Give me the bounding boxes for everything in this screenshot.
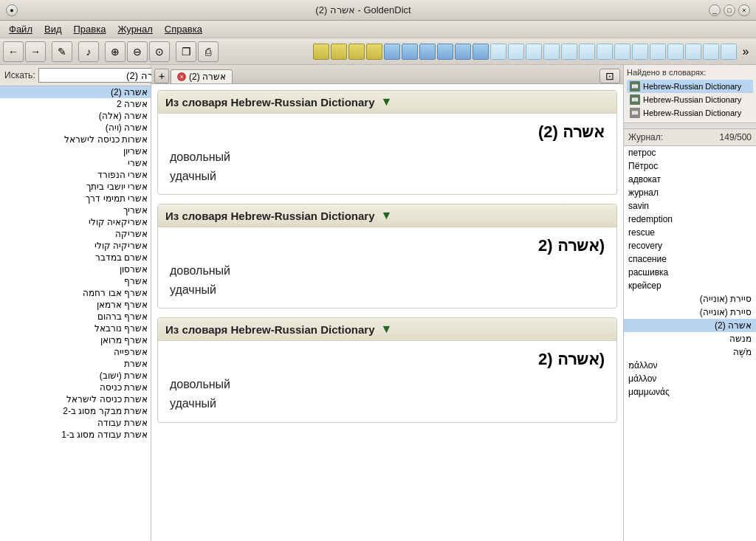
history-item[interactable]: адвокат <box>624 173 756 186</box>
dict-btn-8[interactable] <box>437 44 453 60</box>
word-list-item[interactable]: אשרם במדבר <box>0 252 151 263</box>
dict-btn-2[interactable] <box>331 44 347 60</box>
dict-result-2[interactable]: 📖 Hebrew-Russian Dictionary <box>627 106 753 120</box>
dict-btn-6[interactable] <box>402 44 418 60</box>
history-item[interactable]: אשרה (2) <box>624 319 756 332</box>
history-item[interactable]: спасение <box>624 252 756 266</box>
dict-arrow-icon-1[interactable]: ▼ <box>381 209 393 222</box>
dict-btn-17[interactable] <box>597 44 613 60</box>
history-item[interactable]: петрос <box>624 146 756 159</box>
history-item[interactable]: расшивка <box>624 266 756 279</box>
word-list-item[interactable]: אשרי תמימי דרך <box>0 193 151 204</box>
history-item[interactable]: μάλλον <box>624 372 756 385</box>
minimize-button[interactable]: _ <box>709 4 721 16</box>
word-list-item[interactable]: אשרת (ישוב) <box>0 370 151 382</box>
word-list-item[interactable]: אשרת <box>0 358 151 370</box>
word-list-item[interactable]: אשרפייה <box>0 346 151 358</box>
dict-arrow-icon-0[interactable]: ▼ <box>381 95 393 108</box>
zoom-out-button[interactable]: ⊖ <box>127 41 148 62</box>
word-list-item[interactable]: אשרף ברהום <box>0 311 151 323</box>
menu-edit[interactable]: Правка <box>68 22 112 36</box>
word-list-item[interactable]: אשרת כניסה <box>0 382 151 393</box>
menu-journal[interactable]: Журнал <box>111 22 158 36</box>
word-list-item[interactable]: אשרות כניסה לישראל <box>0 134 151 145</box>
copy-button[interactable]: ❐ <box>176 41 196 62</box>
audio-button[interactable]: ♪ <box>78 41 99 62</box>
word-list-item[interactable]: אשרף נורבאל <box>0 323 151 334</box>
dict-btn-22[interactable] <box>685 44 701 60</box>
word-list-item[interactable]: אשריך <box>0 204 151 216</box>
dict-result-0[interactable]: 📖 Hebrew-Russian Dictionary <box>627 80 753 93</box>
history-item[interactable]: סיירת (אונייה) <box>624 306 756 319</box>
close-button[interactable]: × <box>738 4 750 16</box>
back-button[interactable]: ← <box>3 41 24 62</box>
word-list-item[interactable]: אשרת עבודה מסוג ב-1 <box>0 429 151 441</box>
dict-btn-18[interactable] <box>614 44 630 60</box>
dict-btn-5[interactable] <box>384 44 400 60</box>
history-item[interactable]: מֹשֶׁה <box>624 345 756 359</box>
word-list-item[interactable]: אשרי יושבי ביתך <box>0 181 151 193</box>
tab-add-button[interactable]: + <box>154 69 169 83</box>
history-item[interactable]: savin <box>624 199 756 213</box>
history-item[interactable]: Пётрос <box>624 159 756 173</box>
word-list-item[interactable]: אשרת עבודה <box>0 417 151 429</box>
dict-btn-9[interactable] <box>455 44 471 60</box>
dict-arrow-icon-2[interactable]: ▼ <box>381 323 393 336</box>
content-scroll[interactable]: Из словаря Hebrew-Russian Dictionary ▼ א… <box>151 84 623 541</box>
dict-btn-20[interactable] <box>650 44 666 60</box>
history-item[interactable]: סיירת (אונייה) <box>624 292 756 306</box>
word-list-item[interactable]: אשרה (2) <box>0 86 151 98</box>
history-item[interactable]: крейсер <box>624 279 756 292</box>
scan-button[interactable]: ✎ <box>52 41 72 62</box>
menu-help[interactable]: Справка <box>159 22 208 36</box>
history-item[interactable]: מάλλον <box>624 359 756 372</box>
dict-btn-4[interactable] <box>366 44 382 60</box>
zoom-normal-button[interactable]: ⊙ <box>149 41 170 62</box>
word-list-item[interactable]: אשרף ארמאן <box>0 299 151 311</box>
dict-btn-11[interactable] <box>490 44 506 60</box>
dict-btn-7[interactable] <box>419 44 436 60</box>
dict-btn-10[interactable] <box>472 44 489 60</box>
history-item[interactable]: מנשה <box>624 332 756 345</box>
history-item[interactable]: μαμμωνάς <box>624 385 756 399</box>
tab-0-close[interactable]: × <box>177 72 186 81</box>
history-item[interactable]: redemption <box>624 213 756 226</box>
monitor-button[interactable]: ⊡ <box>599 69 620 83</box>
word-list-item[interactable]: אשרסון <box>0 263 151 275</box>
tab-0[interactable]: אשרה (2) × <box>171 69 233 83</box>
word-list-item[interactable]: אשרה (ויה) <box>0 122 151 134</box>
word-list-item[interactable]: אשרף אבו רחמה <box>0 287 151 299</box>
word-list-item[interactable]: אשרי הנפורד <box>0 169 151 181</box>
word-list-item[interactable]: אשרת כניסה לישראל <box>0 393 151 405</box>
word-list-item[interactable]: אשרי <box>0 157 151 169</box>
word-list-item[interactable]: אשרה 2 <box>0 98 151 110</box>
menu-view[interactable]: Вид <box>38 22 68 36</box>
dict-btn-3[interactable] <box>348 44 365 60</box>
zoom-in-button[interactable]: ⊕ <box>105 41 126 62</box>
word-list-item[interactable]: אשרף <box>0 275 151 287</box>
dict-btn-1[interactable] <box>313 44 329 60</box>
maximize-button[interactable]: □ <box>724 4 735 16</box>
forward-button[interactable]: → <box>25 41 46 62</box>
dict-btn-13[interactable] <box>526 44 542 60</box>
history-item[interactable]: журнал <box>624 186 756 199</box>
dict-btn-23[interactable] <box>703 44 719 60</box>
dict-btn-15[interactable] <box>561 44 577 60</box>
word-list-item[interactable]: אשריון <box>0 145 151 157</box>
print-button[interactable]: ⎙ <box>198 41 219 62</box>
search-input[interactable] <box>38 68 170 83</box>
dict-btn-16[interactable] <box>579 44 595 60</box>
word-list-item[interactable]: אשרף מרואן <box>0 334 151 346</box>
dict-btn-24[interactable] <box>721 44 737 60</box>
dict-btn-12[interactable] <box>508 44 524 60</box>
word-list-item[interactable]: אשריקה <box>0 228 151 240</box>
right-scrollbar[interactable] <box>624 123 756 129</box>
history-item[interactable]: recovery <box>624 239 756 252</box>
dict-btn-21[interactable] <box>667 44 684 60</box>
word-list-item[interactable]: אשריקיה קולי <box>0 240 151 252</box>
dict-result-1[interactable]: 📖 Hebrew-Russian Dictionary <box>627 93 753 106</box>
history-item[interactable]: rescue <box>624 226 756 239</box>
word-list-item[interactable]: אשרת מבקר מסוג ב-2 <box>0 405 151 417</box>
more-button[interactable]: » <box>738 44 753 59</box>
word-list-item[interactable]: אשרה (אלה) <box>0 110 151 122</box>
